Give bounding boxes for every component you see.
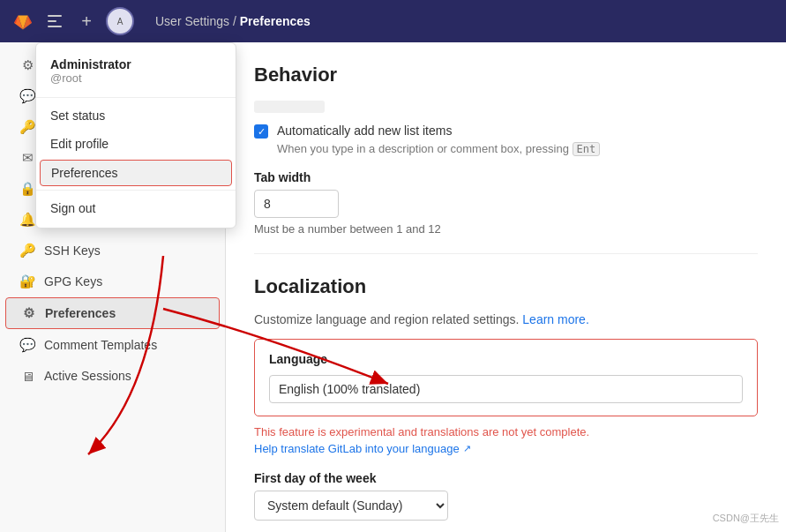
dropdown-user-info: Administrator @root	[36, 49, 236, 94]
watermark: CSDN@王先生	[713, 512, 779, 525]
language-select[interactable]: English (100% translated)	[269, 375, 743, 403]
localization-section: Localization Customize language and regi…	[254, 275, 758, 521]
behavior-title: Behavior	[254, 64, 758, 86]
ssh-keys-icon: 🔑	[19, 243, 35, 259]
checkbox-row: Automatically add new list items	[254, 124, 758, 139]
main-content: Behavior Automatically add new list item…	[226, 42, 786, 532]
svg-rect-0	[48, 15, 62, 17]
behavior-placeholder	[254, 101, 325, 113]
section-divider	[254, 253, 758, 254]
first-day-select[interactable]: System default (Sunday)	[254, 491, 448, 521]
sidebar-item-label: GPG Keys	[44, 274, 102, 288]
sidebar-item-label: Active Sessions	[44, 369, 131, 383]
gpg-keys-icon: 🔐	[19, 273, 35, 289]
behavior-section: Behavior Automatically add new list item…	[254, 64, 758, 236]
chat-icon: 💬	[19, 88, 35, 104]
breadcrumb-parent[interactable]: User Settings	[155, 14, 229, 28]
dropdown-item-sign-out[interactable]: Sign out	[36, 194, 236, 222]
dropdown-handle: @root	[50, 71, 221, 85]
hint-kbd: Ent	[573, 142, 601, 156]
sidebar-item-label: Preferences	[45, 306, 116, 320]
dropdown-divider-1	[36, 97, 236, 98]
translate-link[interactable]: Help translate GitLab into your language…	[254, 442, 758, 455]
breadcrumb-separator: /	[233, 14, 240, 28]
preferences-sidebar-icon: ⚙	[20, 305, 36, 321]
dropdown-item-set-status[interactable]: Set status	[36, 101, 236, 130]
sidebar-item-active-sessions[interactable]: 🖥 Active Sessions	[5, 361, 220, 391]
tab-width-hint: Must be a number between 1 and 12	[254, 222, 758, 236]
sidebar-item-label: SSH Keys	[44, 244, 101, 258]
comment-templates-icon: 💬	[19, 337, 35, 353]
language-box: Language English (100% translated)	[254, 339, 758, 416]
user-avatar-btn[interactable]: A	[106, 7, 134, 35]
tab-width-input[interactable]	[254, 190, 339, 218]
applications-icon: ⚙	[19, 57, 35, 73]
gitlab-logo[interactable]	[11, 9, 35, 34]
checkbox-hint: When you type in a description or commen…	[277, 142, 758, 156]
tab-width-field: Tab width Must be a number between 1 and…	[254, 170, 758, 236]
access-tokens-icon: 🔑	[19, 119, 35, 135]
user-dropdown-menu: Administrator @root Set status Edit prof…	[35, 42, 236, 229]
breadcrumb-current: Preferences	[240, 14, 311, 28]
sidebar-item-preferences[interactable]: ⚙ Preferences	[5, 297, 220, 329]
emails-icon: ✉	[19, 150, 35, 166]
sidebar-toggle-btn[interactable]	[42, 9, 67, 34]
password-icon: 🔒	[19, 181, 35, 197]
dropdown-username: Administrator	[50, 57, 221, 71]
experimental-note: This feature is experimental and transla…	[254, 425, 758, 438]
first-day-field: First day of the week System default (Su…	[254, 471, 758, 521]
language-label: Language	[269, 352, 743, 366]
first-day-label: First day of the week	[254, 471, 758, 485]
dropdown-item-edit-profile[interactable]: Edit profile	[36, 130, 236, 158]
tab-width-label: Tab width	[254, 170, 758, 184]
checkbox-label: Automatically add new list items	[277, 124, 452, 138]
localization-title: Localization	[254, 275, 758, 298]
svg-rect-2	[48, 26, 62, 27]
breadcrumb: User Settings / Preferences	[155, 14, 311, 28]
learn-more-link[interactable]: Learn more.	[522, 312, 588, 326]
dropdown-divider-2	[36, 190, 236, 191]
sidebar-item-gpg-keys[interactable]: 🔐 GPG Keys	[5, 266, 220, 296]
svg-rect-1	[48, 20, 56, 22]
new-item-btn[interactable]: +	[74, 9, 99, 34]
active-sessions-icon: 🖥	[19, 368, 35, 384]
top-nav: + A User Settings / Preferences Administ…	[0, 0, 786, 42]
sidebar-item-label: Comment Templates	[44, 338, 157, 352]
external-link-icon: ↗	[463, 443, 471, 454]
sidebar-item-ssh-keys[interactable]: 🔑 SSH Keys	[5, 236, 220, 266]
sidebar-item-comment-templates[interactable]: 💬 Comment Templates	[5, 330, 220, 360]
localization-desc: Customize language and region related se…	[254, 312, 758, 326]
notifications-icon: 🔔	[19, 212, 35, 228]
dropdown-item-preferences[interactable]: Preferences	[40, 160, 232, 186]
auto-list-checkbox[interactable]	[254, 124, 268, 139]
